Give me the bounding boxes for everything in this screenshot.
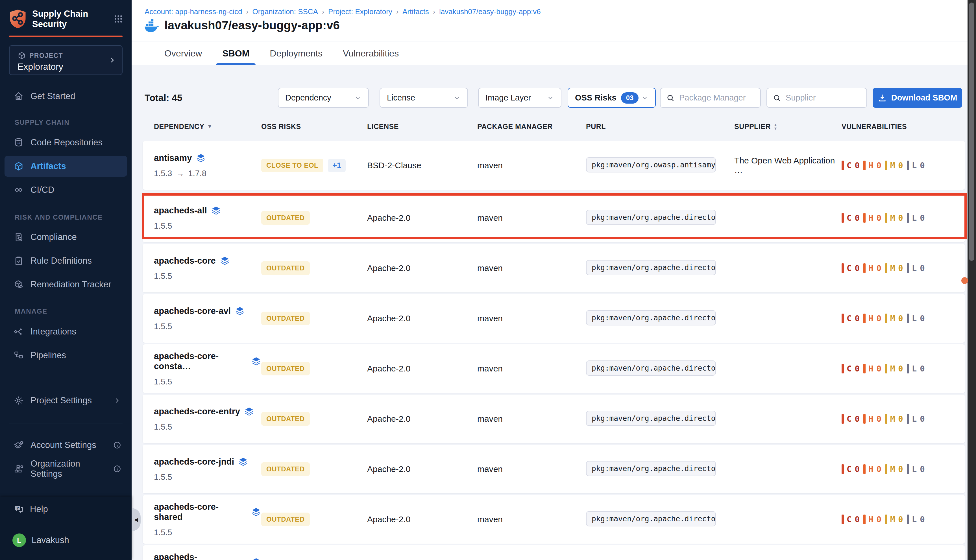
sidebar-item-label: Pipelines xyxy=(30,350,66,360)
breadcrumb-link-2[interactable]: Project: Exploratory xyxy=(328,7,392,16)
dependency-name[interactable]: apacheds-core-avl xyxy=(154,306,231,316)
scrollbar-track[interactable] xyxy=(968,0,976,560)
breadcrumb-link-3[interactable]: Artifacts xyxy=(402,7,429,16)
vuln-h: H0 xyxy=(863,515,882,524)
col-oss-risks[interactable]: OSS RISKS xyxy=(261,122,367,131)
table-row-apacheds-core-entry[interactable]: apacheds-core-entry1.5.5OUTDATEDApache-2… xyxy=(143,395,965,443)
severity-letter: M xyxy=(890,263,895,273)
breadcrumb-link-1[interactable]: Organization: SSCA xyxy=(252,7,318,16)
purl-chip[interactable]: pkg:maven/org.apache.directory.s… xyxy=(586,260,716,275)
vuln-c: C0 xyxy=(842,263,860,273)
app-launcher-grid-icon[interactable] xyxy=(113,14,123,24)
oss-risk-badge-1[interactable]: +1 xyxy=(328,159,346,172)
sidebar-item-pipelines[interactable]: Pipelines xyxy=(0,345,132,366)
dependency-name[interactable]: antisamy xyxy=(154,153,192,163)
table-row-apacheds-core-shared[interactable]: apacheds-core-shared1.5.5OUTDATEDApache-… xyxy=(143,495,965,543)
dependency-name[interactable]: apacheds-interceptor-… xyxy=(154,552,247,560)
supplier-search-input[interactable] xyxy=(785,93,861,103)
vuln-h: H0 xyxy=(863,161,882,170)
table-row-apacheds-core-jndi[interactable]: apacheds-core-jndi1.5.5OUTDATEDApache-2.… xyxy=(143,445,965,493)
severity-letter: C xyxy=(847,515,852,524)
purl-chip[interactable]: pkg:maven/org.apache.directory.s… xyxy=(586,411,716,426)
user-avatar: L xyxy=(12,533,26,547)
infinity-icon xyxy=(13,185,24,195)
sidebar-item-ci-cd[interactable]: CI/CD xyxy=(0,180,132,200)
sidebar-item-compliance[interactable]: Compliance xyxy=(0,227,132,248)
vuln-h: H0 xyxy=(863,313,882,323)
col-supplier[interactable]: SUPPLIER▲▼ xyxy=(734,122,842,131)
oss-risks-filter-dropdown[interactable]: OSS Risks 03 xyxy=(568,88,656,108)
severity-bar xyxy=(863,263,866,273)
vuln-m: M0 xyxy=(885,213,903,223)
severity-letter: C xyxy=(847,213,852,223)
version-from: 1.5.3 xyxy=(154,169,172,178)
scroll-marker-dot xyxy=(961,277,968,284)
severity-count: 0 xyxy=(854,161,860,170)
dependency-name[interactable]: apacheds-core-entry xyxy=(154,407,240,417)
sidebar-item-project-settings[interactable]: Project Settings xyxy=(0,390,132,411)
breadcrumb-link-4[interactable]: lavakush07/easy-buggy-app:v6 xyxy=(439,7,541,16)
table-row-antisamy[interactable]: antisamy1.5.3→1.7.8CLOSE TO EOL+1BSD-2-C… xyxy=(143,141,965,190)
project-selector[interactable]: PROJECT Exploratory xyxy=(9,45,123,75)
sidebar-item-help[interactable]: ? Help xyxy=(13,504,48,514)
scrollbar-thumb[interactable] xyxy=(969,3,974,261)
license-value: Apache-2.0 xyxy=(367,364,477,373)
severity-bar xyxy=(863,464,866,474)
table-row-apacheds-interceptor[interactable]: apacheds-interceptor-…1.5.5OUTDATEDApach… xyxy=(143,545,965,560)
breadcrumb-link-0[interactable]: Account: app-harness-ng-cicd xyxy=(145,7,242,16)
tab-overview[interactable]: Overview xyxy=(164,42,202,65)
table-row-apacheds-all[interactable]: apacheds-all1.5.5OUTDATEDApache-2.0maven… xyxy=(143,193,965,242)
severity-bar xyxy=(907,313,909,323)
dependency-name[interactable]: apacheds-all xyxy=(154,205,207,216)
sidebar-item-label: Remediation Tracker xyxy=(30,280,111,290)
dependency-name[interactable]: apacheds-core xyxy=(154,256,216,266)
vuln-m: M0 xyxy=(885,313,903,323)
sidebar-item-remediation-tracker[interactable]: Remediation Tracker xyxy=(0,274,132,295)
sidebar-item-code-repositories[interactable]: </>Code Repositories xyxy=(0,132,132,153)
severity-letter: H xyxy=(868,464,874,474)
purl-chip[interactable]: pkg:maven/org.apache.directory.s… xyxy=(586,310,716,325)
purl-chip[interactable]: pkg:maven/org.owasp.antisamy/ant… xyxy=(586,157,716,172)
purl-chip[interactable]: pkg:maven/org.apache.directory.s… xyxy=(586,511,716,527)
package-manager-search-input[interactable] xyxy=(679,93,754,103)
sidebar-item-integrations[interactable]: Integrations xyxy=(0,321,132,342)
col-vulnerabilities[interactable]: VULNERABILITIES xyxy=(842,122,953,131)
severity-count: 0 xyxy=(876,515,881,524)
vuln-m: M0 xyxy=(885,364,903,373)
sidebar-item-label: CI/CD xyxy=(30,185,54,195)
purl-chip[interactable]: pkg:maven/org.apache.directory.s… xyxy=(586,461,716,476)
tab-vulnerabilities[interactable]: Vulnerabilities xyxy=(343,42,399,65)
breadcrumb: Account: app-harness-ng-cicd›Organizatio… xyxy=(145,7,541,16)
col-dependency[interactable]: DEPENDENCY▼ xyxy=(154,122,261,131)
image-layer-filter-dropdown[interactable]: Image Layer xyxy=(478,88,561,108)
sidebar-item-get-started[interactable]: Get Started xyxy=(0,86,132,107)
col-purl[interactable]: PURL xyxy=(586,122,734,131)
table-row-apacheds-core[interactable]: apacheds-core1.5.5OUTDATEDApache-2.0mave… xyxy=(143,244,965,292)
dependency-filter-dropdown[interactable]: Dependency xyxy=(278,88,369,108)
table-row-apacheds-core-avl[interactable]: apacheds-core-avl1.5.5OUTDATEDApache-2.0… xyxy=(143,294,965,343)
sidebar-item-label: Rule Definitions xyxy=(30,256,92,266)
dependency-name[interactable]: apacheds-core-consta… xyxy=(154,351,247,372)
sidebar-item-organization-settings[interactable]: Organization Settings xyxy=(0,458,132,479)
severity-bar xyxy=(907,414,909,424)
sidebar-item-account-settings[interactable]: Account Settings xyxy=(0,435,132,455)
sidebar-item-rule-definitions[interactable]: Rule Definitions xyxy=(0,250,132,271)
license-filter-dropdown[interactable]: License xyxy=(380,88,468,108)
purl-chip[interactable]: pkg:maven/org.apache.directory.s… xyxy=(586,360,716,376)
package-manager-value: maven xyxy=(477,364,586,373)
table-row-apacheds-core-consta[interactable]: apacheds-core-consta…1.5.5OUTDATEDApache… xyxy=(143,344,965,393)
user-menu[interactable]: L Lavakush xyxy=(12,533,69,547)
tab-sbom[interactable]: SBOM xyxy=(222,42,249,65)
tab-deployments[interactable]: Deployments xyxy=(270,42,322,65)
dependency-name[interactable]: apacheds-core-shared xyxy=(154,502,247,522)
severity-bar xyxy=(885,313,887,323)
purl-chip[interactable]: pkg:maven/org.apache.directory.s… xyxy=(586,210,716,225)
severity-count: 0 xyxy=(898,213,903,223)
dependency-name[interactable]: apacheds-core-jndi xyxy=(154,457,234,467)
col-package-manager[interactable]: PACKAGE MANAGER xyxy=(477,122,586,131)
severity-letter: L xyxy=(912,213,917,223)
sidebar-item-artifacts[interactable]: Artifacts xyxy=(5,156,127,177)
col-license[interactable]: LICENSE xyxy=(367,122,477,131)
download-sbom-button[interactable]: Download SBOM xyxy=(873,88,962,108)
severity-letter: L xyxy=(912,263,917,273)
